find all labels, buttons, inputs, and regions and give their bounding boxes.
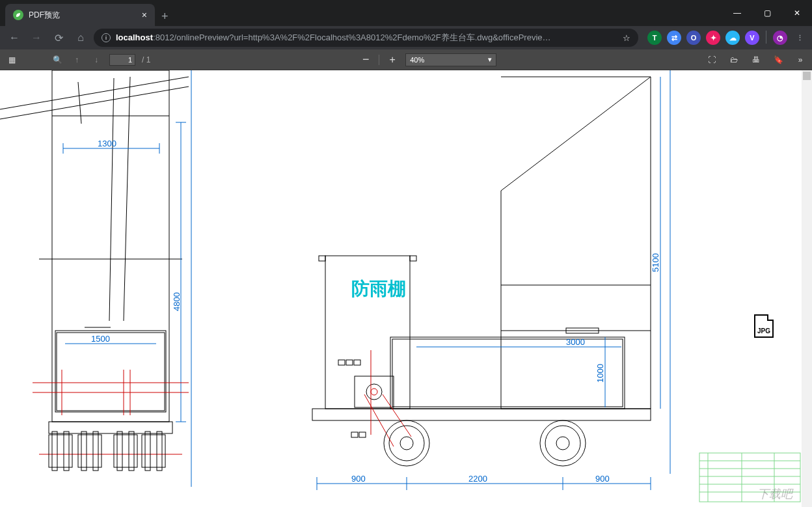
back-button[interactable]: ← [5, 29, 23, 47]
dim-1300: 1300 [98, 139, 116, 148]
ext-t-icon[interactable]: T [647, 31, 662, 45]
open-file-button[interactable]: 🗁 [727, 53, 740, 66]
url-input[interactable]: i localhost:8012/onlinePreview?url=http%… [94, 29, 638, 47]
svg-rect-46 [392, 339, 623, 407]
browser-addressbar: ← → ⟳ ⌂ i localhost:8012/onlinePreview?u… [0, 26, 812, 49]
page-up-button[interactable]: ↑ [70, 53, 83, 66]
home-button[interactable]: ⌂ [72, 29, 90, 47]
svg-line-5 [124, 77, 130, 321]
page-down-button[interactable]: ↓ [90, 53, 103, 66]
more-button[interactable]: » [794, 53, 807, 66]
svg-point-60 [389, 426, 424, 461]
svg-rect-39 [319, 256, 325, 261]
divider [766, 31, 766, 44]
bookmark-button[interactable]: 🔖 [772, 53, 785, 66]
maximize-button[interactable]: ▢ [752, 0, 782, 26]
new-tab-button[interactable]: + [161, 10, 169, 23]
svg-point-64 [556, 437, 569, 450]
svg-rect-49 [346, 360, 353, 365]
reload-button[interactable]: ⟳ [49, 29, 68, 47]
dim-900a: 900 [351, 474, 366, 484]
svg-point-54 [366, 384, 382, 400]
url-host: localhost:8012/onlinePreview?url=http%3A… [116, 32, 551, 44]
dim-1500: 1500 [91, 334, 110, 344]
svg-point-63 [545, 426, 580, 461]
rain-shelter-label: 防雨棚 [351, 279, 406, 299]
ext-a-icon[interactable]: ✦ [706, 31, 720, 45]
dim-900b: 900 [595, 474, 610, 484]
svg-rect-47 [312, 409, 651, 420]
dim-1000: 1000 [595, 364, 605, 383]
svg-line-1 [0, 77, 189, 109]
browser-tab[interactable]: PDF预览 × [5, 4, 155, 26]
svg-line-41 [501, 77, 651, 191]
vertical-scrollbar[interactable] [802, 70, 812, 507]
svg-rect-40 [410, 256, 416, 261]
svg-rect-50 [354, 360, 360, 365]
pdf-toolbar: ▦ 🔍 ↑ ↓ / 1 − + 40% ▾ ⛶ 🗁 🖶 🔖 » [0, 49, 812, 70]
svg-rect-35 [145, 432, 150, 471]
forward-button[interactable]: → [27, 29, 46, 47]
presentation-button[interactable]: ⛶ [705, 53, 718, 66]
chevron-down-icon: ▾ [488, 55, 492, 64]
dim-4800: 4800 [172, 292, 182, 311]
svg-rect-27 [64, 432, 69, 471]
info-icon[interactable]: i [102, 33, 111, 42]
svg-point-61 [400, 437, 413, 450]
zoom-in-button[interactable]: + [386, 53, 399, 66]
leaf-icon [13, 10, 23, 20]
svg-rect-26 [52, 432, 57, 471]
svg-line-3 [78, 82, 81, 124]
svg-line-4 [109, 78, 114, 321]
zoom-value: 40% [410, 56, 424, 64]
window-controls: — ▢ ✕ [722, 0, 812, 26]
svg-rect-32 [117, 432, 122, 471]
page-count: / 1 [142, 55, 150, 64]
cad-drawing: 1300 4800 1500 [0, 70, 812, 507]
svg-rect-9 [57, 333, 165, 411]
svg-rect-48 [338, 360, 345, 365]
scroll-thumb[interactable] [803, 72, 811, 80]
minimize-button[interactable]: — [722, 0, 752, 26]
extension-icons: T ⇄ O ✦ ☁ V ◔ ⋮ [647, 31, 807, 45]
svg-rect-8 [55, 331, 166, 412]
ext-translate-icon[interactable]: ⇄ [667, 31, 681, 45]
svg-rect-30 [93, 432, 98, 471]
zoom-select[interactable]: 40% ▾ [405, 53, 496, 66]
dim-2200: 2200 [468, 474, 487, 484]
close-window-button[interactable]: ✕ [782, 0, 812, 26]
menu-icon[interactable]: ⋮ [792, 31, 807, 45]
find-button[interactable]: 🔍 [51, 53, 64, 66]
svg-point-59 [384, 420, 429, 466]
ext-cloud-icon[interactable]: ☁ [725, 31, 740, 45]
svg-point-55 [371, 389, 377, 395]
svg-rect-33 [129, 432, 134, 471]
dim-3000: 3000 [566, 337, 585, 347]
star-icon[interactable]: ☆ [623, 33, 630, 43]
sidebar-toggle-button[interactable]: ▦ [5, 53, 18, 66]
pdf-viewer[interactable]: 1300 4800 1500 [0, 70, 812, 507]
svg-rect-51 [351, 432, 358, 437]
avatar-icon[interactable]: ◔ [773, 31, 787, 45]
svg-rect-36 [157, 432, 162, 471]
watermark: 下载吧 [757, 486, 792, 502]
svg-point-62 [540, 420, 586, 466]
print-button[interactable]: 🖶 [750, 53, 763, 66]
ext-o-icon[interactable]: O [686, 31, 701, 45]
zoom-out-button[interactable]: − [359, 53, 372, 66]
tab-title: PDF预览 [29, 10, 137, 21]
page-input[interactable] [109, 54, 135, 66]
dim-5100: 5100 [651, 253, 660, 272]
close-icon[interactable]: × [142, 10, 147, 20]
svg-line-57 [383, 394, 411, 437]
ext-v-icon[interactable]: V [745, 31, 759, 45]
svg-rect-29 [81, 432, 87, 471]
jpg-file-icon: JPG [751, 314, 776, 343]
svg-rect-45 [390, 337, 625, 409]
svg-rect-53 [355, 376, 394, 407]
browser-titlebar: PDF预览 × + — ▢ ✕ [0, 0, 812, 26]
svg-rect-52 [359, 432, 366, 437]
svg-line-2 [0, 87, 189, 119]
